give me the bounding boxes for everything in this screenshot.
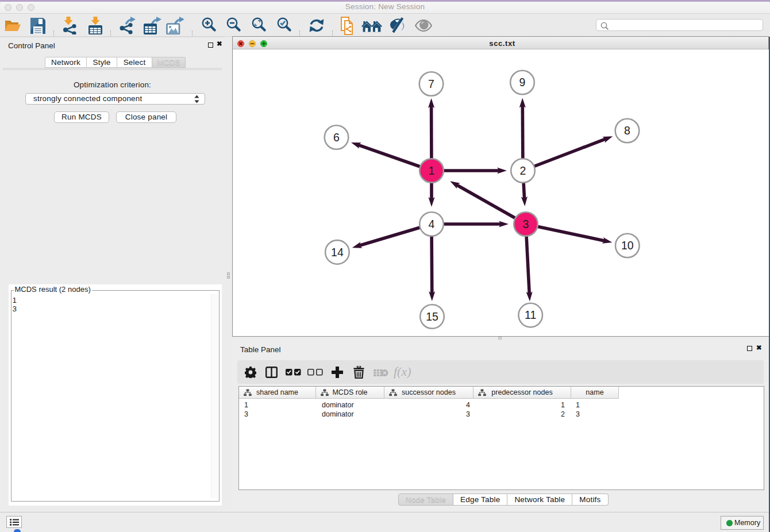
svg-text:9: 9 bbox=[519, 76, 525, 88]
svg-text:11: 11 bbox=[525, 309, 536, 321]
svg-text:2: 2 bbox=[519, 164, 526, 177]
svg-text:1: 1 bbox=[428, 164, 434, 177]
svg-text:7: 7 bbox=[428, 78, 434, 90]
svg-text:10: 10 bbox=[621, 239, 633, 252]
svg-text:8: 8 bbox=[624, 124, 630, 137]
svg-text:14: 14 bbox=[331, 246, 344, 259]
svg-text:4: 4 bbox=[428, 218, 434, 230]
svg-text:3: 3 bbox=[522, 218, 529, 230]
svg-text:15: 15 bbox=[426, 310, 438, 323]
svg-text:6: 6 bbox=[333, 131, 340, 144]
